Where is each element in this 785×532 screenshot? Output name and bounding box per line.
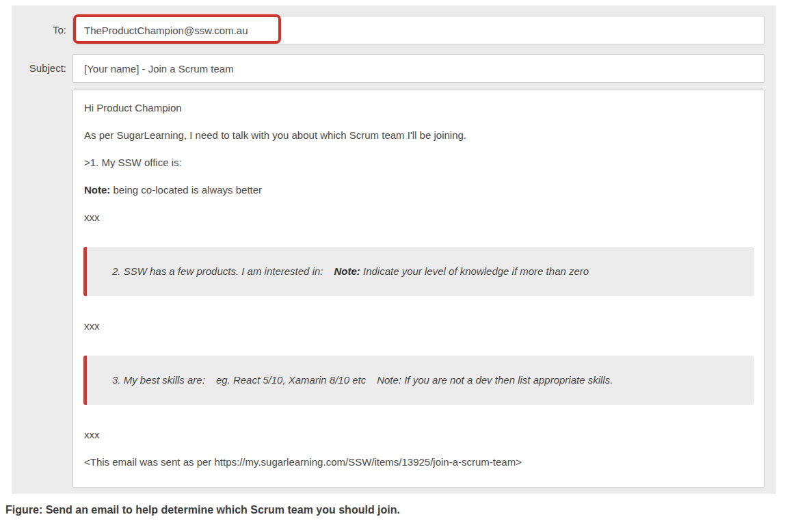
placeholder-xxx-2: xxx (84, 319, 753, 333)
subject-input[interactable] (72, 54, 764, 83)
quote-3-example: eg. React 5/10, Xamarin 8/10 etc (216, 374, 366, 386)
quote-question-2: 2. SSW has a few products. I am interest… (83, 247, 754, 296)
page: To: Subject: Hi Product Champion As per … (0, 0, 785, 532)
note-1-text: Note: being co-located is always better (84, 183, 753, 197)
note-1-label: Note: (84, 184, 110, 196)
subject-label: Subject: (12, 62, 66, 75)
note-1-body: being co-located is always better (110, 184, 262, 196)
quote-2-note-label: Note: (334, 265, 360, 277)
email-template-panel: To: Subject: Hi Product Champion As per … (12, 5, 776, 494)
quote-3-note: Note: If you are not a dev then list app… (377, 374, 613, 386)
quote-question-3: 3. My best skills are:eg. React 5/10, Xa… (83, 356, 754, 405)
quote-2-note-body: Indicate your level of knowledge if more… (360, 265, 589, 277)
email-body-field[interactable]: Hi Product Champion As per SugarLearning… (72, 90, 764, 488)
quote-2-text: 2. SSW has a few products. I am interest… (112, 265, 323, 277)
placeholder-xxx-1: xxx (84, 210, 753, 224)
to-label: To: (12, 23, 66, 37)
placeholder-xxx-3: xxx (84, 427, 753, 442)
to-input[interactable] (72, 16, 764, 44)
footer-text: <This email was sent as per https://my.s… (84, 455, 753, 469)
figure-caption: Figure: Send an email to help determine … (5, 503, 400, 517)
quote-3-text: 3. My best skills are: (112, 374, 205, 386)
question-1-text: >1. My SSW office is: (84, 155, 753, 170)
intro-text: As per SugarLearning, I need to talk wit… (84, 128, 753, 142)
greeting-text: Hi Product Champion (84, 101, 753, 115)
